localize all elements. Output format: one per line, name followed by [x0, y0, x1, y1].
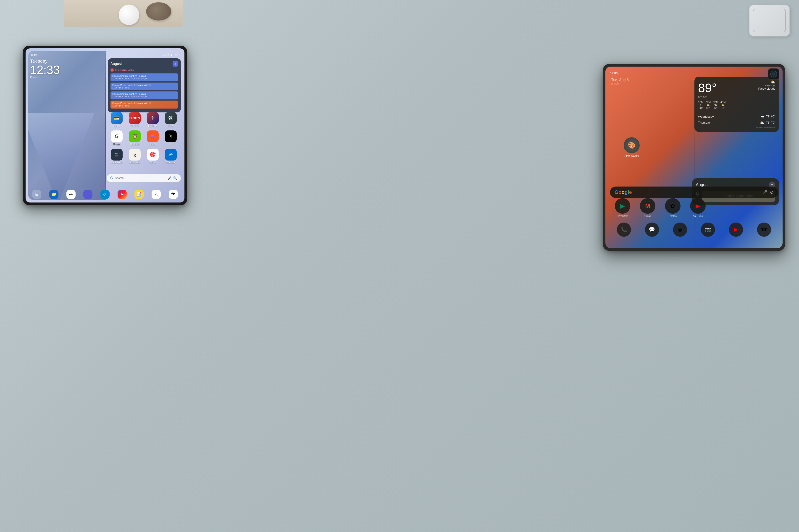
dock-all-apps[interactable]: ⊞ — [29, 190, 45, 199]
cal-event-3[interactable]: Google Content Capture Session 11:30 AM … — [110, 92, 178, 99]
app-play-store[interactable]: ▶ Play Store — [615, 198, 630, 217]
dock-files[interactable]: 📁 — [46, 190, 62, 199]
youtube-icon: ▶ — [695, 203, 700, 210]
left-time-display: 12:33 — [30, 64, 60, 76]
phone2-icon: ☎ — [761, 227, 767, 233]
weather-hour-4: 4PM ⛅ 81° — [721, 101, 726, 110]
youtube-label: YouTube — [693, 214, 703, 217]
weather-range: 90° 68° — [698, 96, 717, 99]
right-app-dock: ▶ Play Store M Gmail ✿ Photos — [610, 198, 710, 217]
app-walmart[interactable]: ✳ Walmart — [162, 149, 179, 164]
app-digits[interactable]: DIGITS DIGITS — [126, 112, 143, 127]
left-cal-title: August — [110, 62, 122, 66]
dock-chrome[interactable]: ◎ — [63, 190, 79, 199]
app-walmart-label: Walmart — [166, 161, 175, 164]
weather-hour-1: 1PM ☀ 90° — [698, 101, 703, 110]
right-voice-icon[interactable]: 🎤 — [762, 190, 767, 195]
wednesday-icon: 🌦 — [761, 114, 764, 118]
thursday-icon: ⛅ — [760, 120, 764, 125]
phone-icon: 📞 — [621, 227, 627, 233]
camera-lens — [770, 71, 777, 78]
hour-1-icon: ☀ — [698, 103, 703, 107]
app-target[interactable]: 🎯 Target — [145, 149, 161, 164]
dock-phone[interactable]: 📞 — [617, 223, 631, 237]
camera-bump — [768, 69, 779, 80]
dock-phone2[interactable]: ☎ — [757, 223, 771, 237]
dock-camera[interactable]: 📷 — [701, 223, 715, 237]
weather-wednesday: Wednesday 🌦 71° 66° — [698, 114, 775, 119]
weather-temp: 89° — [698, 81, 717, 95]
right-g-logo: Google — [615, 189, 632, 195]
youtube-bottom-icon: ▶ — [734, 227, 738, 233]
dock-maps[interactable]: 🗺 — [165, 190, 181, 199]
dock-drive[interactable]: △ — [148, 190, 164, 199]
weather-location: New York — [758, 84, 775, 87]
app-duolingo[interactable]: 🦉 Duolingo — [126, 130, 143, 146]
app-fly-delta[interactable]: ✈ Fly Delta — [145, 112, 161, 127]
weather-condition: Partly cloudy — [758, 87, 775, 90]
dock-direct[interactable]: ➤ — [114, 190, 130, 199]
left-cal-add-button[interactable]: + — [172, 61, 178, 66]
right-phone: 12:33 📶 🔋 Tue, Aug 6 89°F 89° — [603, 64, 785, 251]
cal-event-1[interactable]: Google Content Capture Session 11:30 AM … — [110, 73, 178, 81]
app-photos[interactable]: ✿ Photos — [665, 198, 680, 217]
app-money[interactable]: 💳 Money — [108, 112, 125, 127]
left-search-voice-icon[interactable]: 🎤 — [167, 176, 171, 180]
weather-cloud-icon: ⛅ — [758, 80, 775, 84]
pending-count: 10 pending tasks — [114, 69, 133, 71]
dock-notes[interactable]: 📝 — [131, 190, 147, 199]
app-google-label: Google — [113, 143, 120, 146]
cal-event-2[interactable]: Google Press Content Capture with G 11:3… — [110, 82, 178, 91]
left-date-widget: Tuesday 12:33 Carrier — [30, 59, 60, 78]
app-fly-delta-label: Fly Delta — [148, 125, 157, 127]
right-statusbar: 12:33 📶 🔋 — [610, 70, 778, 76]
pixel-studio-widget[interactable]: 🎨 Pixel Studio — [624, 137, 640, 157]
app-x[interactable]: 𝕏 X — [162, 130, 179, 146]
left-calendar-widget: August + ! 10 pending tasks Google Conte… — [108, 58, 181, 112]
right-phone-body: 12:33 📶 🔋 Tue, Aug 6 89°F 89° — [603, 64, 785, 251]
dock-messages[interactable]: 💬 — [645, 223, 659, 237]
dock-youtube-bottom[interactable]: ▶ — [729, 223, 743, 237]
app-target-label: Target — [149, 161, 156, 164]
right-date-label: Tue, Aug 6 — [611, 78, 629, 82]
app-letterboxd-label: Letterboxd — [111, 161, 122, 164]
left-status-time: 10:02 — [31, 54, 37, 56]
phone-case — [749, 4, 790, 37]
dock-telegram[interactable]: ✈ — [97, 190, 113, 199]
app-letterboxd[interactable]: 🎬 Letterboxd — [108, 149, 125, 164]
dock-teams[interactable]: T — [80, 190, 96, 199]
app-money-label: Money — [113, 125, 120, 127]
hour-4-icon: ⛅ — [721, 103, 726, 107]
right-lens-icon[interactable]: ⊙ — [770, 190, 774, 195]
right-temp-display: 89°F — [611, 82, 629, 86]
app-dev-label: Dev — [169, 125, 173, 127]
pixel-studio-label: Pixel Studio — [624, 154, 639, 157]
gmail-icon: M — [645, 203, 650, 210]
right-search-bar[interactable]: Google 🎤 ⊙ — [610, 187, 778, 198]
weather-hour-2: 2PM ⛅ 89° — [706, 101, 711, 110]
app-reddit[interactable]: 👾 Reddit — [145, 130, 161, 146]
app-goodreads[interactable]: g Goodreads — [126, 149, 143, 164]
weather-source: Source: weather.com — [698, 127, 775, 129]
weather-widget[interactable]: 89° 90° 68° ⛅ New York Partly cloudy 1PM… — [694, 77, 779, 132]
app-x-label: X — [170, 143, 171, 146]
pending-indicator: ! — [110, 69, 114, 72]
play-store-icon: ▶ — [620, 203, 625, 210]
wallpaper-fan — [28, 113, 94, 200]
app-digits-label: DIGITS — [131, 125, 138, 127]
app-youtube[interactable]: ▶ YouTube — [690, 198, 706, 217]
left-carrier: Carrier — [30, 76, 60, 78]
right-date-widget: Tue, Aug 6 89°F — [611, 78, 629, 86]
app-google[interactable]: G Google — [108, 130, 125, 146]
app-duolingo-label: Duolingo — [130, 143, 139, 146]
dock-chrome-right[interactable]: ◎ — [673, 223, 687, 237]
left-fold-crease — [105, 48, 106, 203]
app-dev[interactable]: 🛠 Dev — [162, 112, 179, 127]
left-search-placeholder[interactable]: Search — [115, 176, 166, 180]
app-gmail[interactable]: M Gmail — [640, 198, 655, 217]
photos-icon: ✿ — [670, 203, 675, 210]
chrome-icon: ◎ — [678, 227, 682, 233]
app-reddit-label: Reddit — [149, 143, 156, 146]
cal-event-4[interactable]: Google Press Content Capture with G 11:3… — [110, 100, 178, 109]
left-search-lens-icon[interactable]: 🔍 — [173, 176, 177, 180]
